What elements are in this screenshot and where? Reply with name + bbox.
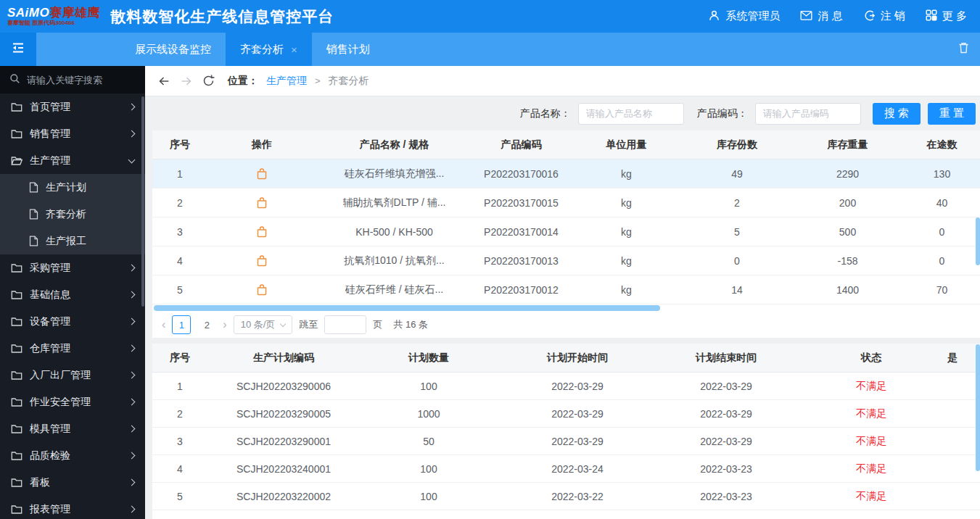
header-menu: 系统管理员 消 息 注 销 更 多 bbox=[708, 9, 967, 24]
table-row[interactable]: 3 KH-500 / KH-500 P202203170014 kg 5 500… bbox=[152, 217, 980, 246]
sidebar-item-sales[interactable]: 销售管理 bbox=[0, 120, 145, 147]
folder-icon bbox=[11, 424, 22, 434]
chevron-right-icon bbox=[128, 452, 136, 460]
table-row[interactable]: 5 SCJH202203220002 100 2022-03-22 2022-0… bbox=[152, 483, 980, 510]
sidebar-item-basic-info[interactable]: 基础信息 bbox=[0, 281, 145, 308]
page-number-1[interactable]: 1 bbox=[172, 315, 191, 334]
company-logo[interactable]: SAiMO赛摩雄鹰 赛摩智能 股票代码300466 bbox=[7, 7, 100, 26]
next-page-icon[interactable]: › bbox=[223, 319, 226, 331]
col-header: 库存重量 bbox=[791, 138, 904, 151]
chevron-right-icon bbox=[128, 291, 136, 299]
file-icon bbox=[29, 209, 38, 220]
logout-menu[interactable]: 注 销 bbox=[863, 9, 905, 24]
table-row[interactable]: 2 SCJH202203290005 1000 2022-03-29 2022-… bbox=[152, 400, 980, 428]
table-row[interactable]: 1 硅灰石纤维填充增强... P202203170016 kg 49 2290 … bbox=[152, 159, 980, 188]
bag-action-icon[interactable] bbox=[255, 254, 268, 267]
close-all-tabs-button[interactable] bbox=[958, 41, 970, 57]
sidebar-item-production-report[interactable]: 生产报工 bbox=[0, 228, 145, 254]
product-code: P202203170016 bbox=[472, 168, 570, 180]
unit-usage: kg bbox=[570, 197, 683, 209]
sidebar-item-production-plan[interactable]: 生产计划 bbox=[0, 174, 145, 201]
folder-icon bbox=[11, 317, 22, 327]
sidebar-item-reports[interactable]: 报表管理 bbox=[0, 496, 145, 519]
sidebar: 首页管理 销售管理 生产管理 生产计划 齐套分析 bbox=[0, 66, 145, 519]
sidebar-item-quality[interactable]: 品质检验 bbox=[0, 442, 145, 469]
prev-page-icon[interactable]: ‹ bbox=[162, 319, 165, 331]
table-row[interactable]: 1 SCJH202203290006 100 2022-03-29 2022-0… bbox=[152, 373, 980, 400]
search-button[interactable]: 搜 索 bbox=[873, 103, 921, 125]
product-name: 辅助抗氧剂DLTP / 辅... bbox=[316, 196, 472, 209]
sidebar-item-label: 模具管理 bbox=[30, 423, 129, 436]
bag-action-icon[interactable] bbox=[255, 225, 268, 238]
bag-action-icon[interactable] bbox=[255, 167, 268, 180]
total-count: 共 16 条 bbox=[393, 318, 428, 331]
refresh-icon[interactable] bbox=[202, 74, 215, 88]
plan-qty: 100 bbox=[360, 491, 498, 502]
page-size-select[interactable]: 10 条/页 bbox=[234, 315, 293, 334]
sidebar-item-mold[interactable]: 模具管理 bbox=[0, 415, 145, 442]
plans-table-header: 序号 生产计划编码 计划数量 计划开始时间 计划结束时间 状态 是 bbox=[152, 344, 980, 373]
col-header: 产品名称 / 规格 bbox=[316, 138, 472, 151]
folder-open-icon bbox=[11, 156, 22, 166]
status-badge: 不满足 bbox=[795, 462, 947, 476]
messages-menu[interactable]: 消 息 bbox=[800, 9, 842, 23]
tab-device-monitor[interactable]: 展示线设备监控 bbox=[120, 33, 226, 66]
col-header: 单位用量 bbox=[570, 138, 683, 151]
row-index: 5 bbox=[152, 284, 207, 296]
sidebar-item-warehouse[interactable]: 仓库管理 bbox=[0, 335, 145, 362]
tab-sales-plan[interactable]: 销售计划 bbox=[312, 33, 384, 66]
sidebar-item-kitting-analysis[interactable]: 齐套分析 bbox=[0, 201, 145, 228]
sidebar-collapse-button[interactable] bbox=[0, 33, 36, 66]
sidebar-item-home[interactable]: 首页管理 bbox=[0, 94, 145, 120]
col-header: 在途数 bbox=[904, 138, 980, 151]
forward-icon[interactable] bbox=[179, 74, 194, 88]
stock-weight: 200 bbox=[791, 197, 904, 209]
unit-usage: kg bbox=[570, 226, 683, 238]
product-code-input[interactable] bbox=[755, 103, 861, 125]
page-number-2[interactable]: 2 bbox=[197, 315, 216, 334]
trash-icon bbox=[958, 41, 970, 57]
vertical-scrollbar-thumb-products[interactable] bbox=[976, 217, 980, 265]
pagination-bar: ‹ 1 2 › 10 条/页 跳至 页 共 16 条 bbox=[152, 312, 980, 338]
table-row[interactable]: 4 SCJH202203240001 100 2022-03-24 2022-0… bbox=[152, 455, 980, 483]
chevron-right-icon bbox=[128, 345, 136, 352]
stock-weight: -158 bbox=[791, 255, 904, 267]
sidebar-search-input[interactable] bbox=[27, 75, 132, 86]
chevron-down-icon bbox=[280, 320, 286, 326]
more-menu[interactable]: 更 多 bbox=[926, 9, 967, 23]
logout-label: 注 销 bbox=[881, 9, 905, 23]
tab-close-icon[interactable]: × bbox=[291, 43, 297, 56]
bag-action-icon[interactable] bbox=[255, 283, 268, 296]
vertical-scrollbar-thumb-plans[interactable] bbox=[976, 344, 980, 471]
breadcrumb-parent-link[interactable]: 生产管理 bbox=[266, 75, 307, 88]
table-row[interactable]: 5 硅灰石纤维 / 硅灰石... P202203170012 kg 14 140… bbox=[152, 275, 980, 304]
user-icon bbox=[708, 9, 720, 24]
bag-action-icon[interactable] bbox=[255, 196, 268, 209]
reset-button[interactable]: 重 置 bbox=[928, 103, 976, 125]
horizontal-scrollbar-thumb[interactable] bbox=[154, 305, 660, 311]
sidebar-item-gate[interactable]: 入厂出厂管理 bbox=[0, 362, 145, 389]
table-row[interactable]: 2 辅助抗氧剂DLTP / 辅... P202203170015 kg 2 20… bbox=[152, 188, 980, 217]
sidebar-item-production[interactable]: 生产管理 bbox=[0, 147, 145, 174]
user-menu[interactable]: 系统管理员 bbox=[708, 9, 780, 24]
back-icon[interactable] bbox=[157, 74, 171, 88]
jump-page-input[interactable] bbox=[324, 315, 366, 334]
sidebar-item-purchasing[interactable]: 采购管理 bbox=[0, 254, 145, 281]
product-code: P202203170012 bbox=[472, 284, 570, 296]
sidebar-item-label: 生产管理 bbox=[30, 154, 129, 167]
product-name-input[interactable] bbox=[578, 103, 684, 125]
app-header: SAiMO赛摩雄鹰 赛摩智能 股票代码300466 散料数智化生产线信息管控平台… bbox=[0, 0, 980, 33]
stock-shares: 5 bbox=[683, 226, 791, 238]
sidebar-item-dashboard[interactable]: 看板 bbox=[0, 469, 145, 496]
sidebar-scrollbar[interactable] bbox=[141, 96, 144, 307]
sidebar-item-equipment[interactable]: 设备管理 bbox=[0, 308, 145, 335]
product-code: P202203170014 bbox=[472, 226, 570, 238]
table-row[interactable]: 4 抗氧剂1010 / 抗氧剂... P202203170013 kg 0 -1… bbox=[152, 246, 980, 275]
col-header: 库存份数 bbox=[683, 138, 791, 151]
tab-kitting-analysis[interactable]: 齐套分析 × bbox=[226, 33, 312, 66]
sidebar-item-safety[interactable]: 作业安全管理 bbox=[0, 389, 145, 415]
chevron-right-icon bbox=[128, 130, 136, 138]
product-code: P202203170013 bbox=[472, 255, 570, 267]
sidebar-item-label: 基础信息 bbox=[30, 288, 129, 302]
table-row[interactable]: 3 SCJH202203290001 50 2022-03-29 2022-03… bbox=[152, 428, 980, 455]
